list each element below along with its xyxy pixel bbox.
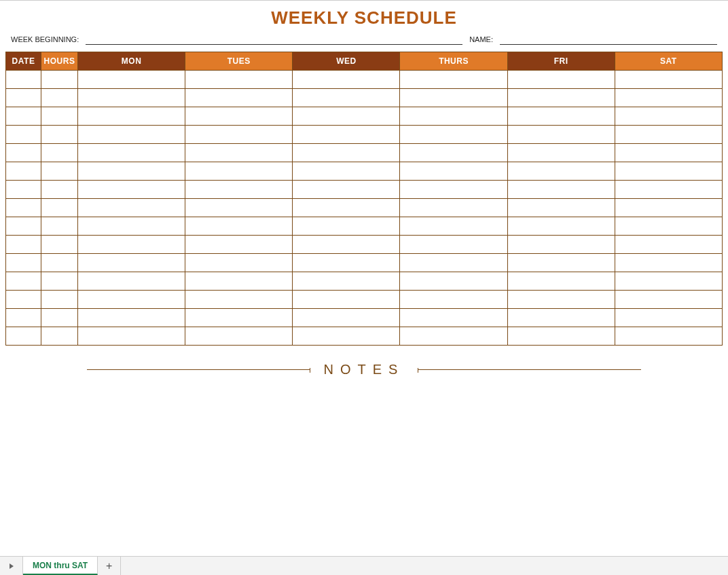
cell[interactable] — [293, 309, 400, 327]
cell[interactable] — [41, 107, 78, 126]
cell[interactable] — [185, 144, 293, 162]
cell[interactable] — [78, 71, 185, 89]
cell[interactable] — [615, 217, 722, 236]
cell[interactable] — [507, 89, 615, 107]
cell[interactable] — [185, 107, 293, 126]
cell[interactable] — [41, 144, 78, 162]
cell[interactable] — [293, 217, 400, 236]
cell[interactable] — [78, 181, 185, 199]
cell[interactable] — [41, 217, 78, 236]
cell[interactable] — [6, 272, 41, 291]
cell[interactable] — [6, 236, 41, 254]
cell[interactable] — [615, 236, 722, 254]
cell[interactable] — [293, 107, 400, 126]
cell[interactable] — [78, 89, 185, 107]
cell[interactable] — [293, 291, 400, 309]
cell[interactable] — [6, 181, 41, 199]
name-input-line[interactable] — [500, 35, 717, 45]
cell[interactable] — [615, 181, 722, 199]
cell[interactable] — [400, 272, 507, 291]
cell[interactable] — [615, 89, 722, 107]
cell[interactable] — [293, 126, 400, 144]
cell[interactable] — [615, 254, 722, 272]
cell[interactable] — [41, 89, 78, 107]
cell[interactable] — [400, 107, 507, 126]
cell[interactable] — [6, 327, 41, 346]
cell[interactable] — [6, 144, 41, 162]
cell[interactable] — [6, 254, 41, 272]
cell[interactable] — [400, 291, 507, 309]
cell[interactable] — [400, 181, 507, 199]
cell[interactable] — [400, 199, 507, 217]
cell[interactable] — [507, 291, 615, 309]
cell[interactable] — [185, 236, 293, 254]
cell[interactable] — [78, 144, 185, 162]
cell[interactable] — [400, 254, 507, 272]
cell[interactable] — [78, 309, 185, 327]
cell[interactable] — [615, 162, 722, 181]
cell[interactable] — [6, 217, 41, 236]
cell[interactable] — [400, 89, 507, 107]
sheet-nav-button[interactable] — [0, 557, 23, 575]
cell[interactable] — [293, 144, 400, 162]
cell[interactable] — [185, 89, 293, 107]
cell[interactable] — [507, 126, 615, 144]
cell[interactable] — [185, 217, 293, 236]
cell[interactable] — [615, 327, 722, 346]
cell[interactable] — [293, 254, 400, 272]
cell[interactable] — [41, 272, 78, 291]
cell[interactable] — [615, 71, 722, 89]
cell[interactable] — [41, 199, 78, 217]
cell[interactable] — [78, 107, 185, 126]
cell[interactable] — [615, 126, 722, 144]
cell[interactable] — [78, 327, 185, 346]
cell[interactable] — [6, 71, 41, 89]
cell[interactable] — [400, 217, 507, 236]
cell[interactable] — [615, 272, 722, 291]
cell[interactable] — [185, 126, 293, 144]
cell[interactable] — [507, 181, 615, 199]
cell[interactable] — [507, 107, 615, 126]
cell[interactable] — [507, 144, 615, 162]
cell[interactable] — [615, 144, 722, 162]
cell[interactable] — [293, 236, 400, 254]
cell[interactable] — [185, 291, 293, 309]
cell[interactable] — [615, 107, 722, 126]
add-sheet-button[interactable]: + — [98, 557, 121, 575]
cell[interactable] — [293, 327, 400, 346]
cell[interactable] — [41, 254, 78, 272]
cell[interactable] — [185, 327, 293, 346]
cell[interactable] — [185, 162, 293, 181]
cell[interactable] — [507, 309, 615, 327]
cell[interactable] — [293, 181, 400, 199]
cell[interactable] — [78, 199, 185, 217]
cell[interactable] — [400, 71, 507, 89]
cell[interactable] — [400, 144, 507, 162]
cell[interactable] — [293, 199, 400, 217]
cell[interactable] — [507, 217, 615, 236]
cell[interactable] — [400, 236, 507, 254]
cell[interactable] — [78, 126, 185, 144]
cell[interactable] — [6, 126, 41, 144]
cell[interactable] — [293, 89, 400, 107]
cell[interactable] — [400, 126, 507, 144]
cell[interactable] — [78, 236, 185, 254]
cell[interactable] — [615, 309, 722, 327]
cell[interactable] — [6, 107, 41, 126]
cell[interactable] — [615, 291, 722, 309]
cell[interactable] — [41, 71, 78, 89]
cell[interactable] — [78, 254, 185, 272]
cell[interactable] — [400, 309, 507, 327]
cell[interactable] — [185, 272, 293, 291]
cell[interactable] — [78, 291, 185, 309]
cell[interactable] — [78, 217, 185, 236]
cell[interactable] — [293, 71, 400, 89]
cell[interactable] — [507, 162, 615, 181]
cell[interactable] — [615, 199, 722, 217]
cell[interactable] — [185, 71, 293, 89]
cell[interactable] — [507, 199, 615, 217]
cell[interactable] — [185, 181, 293, 199]
cell[interactable] — [507, 254, 615, 272]
cell[interactable] — [507, 71, 615, 89]
cell[interactable] — [507, 272, 615, 291]
